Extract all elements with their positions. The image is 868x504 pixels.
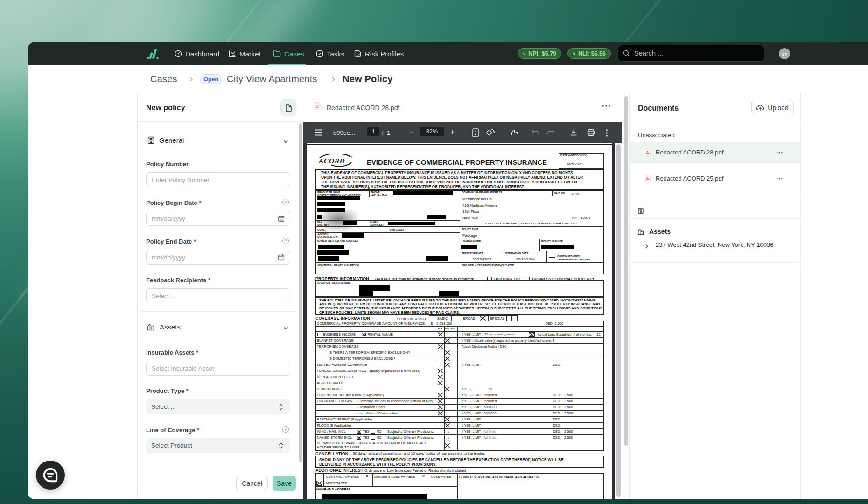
svg-text:ACORD: ACORD: [318, 157, 345, 165]
svg-text:®: ®: [350, 155, 353, 158]
